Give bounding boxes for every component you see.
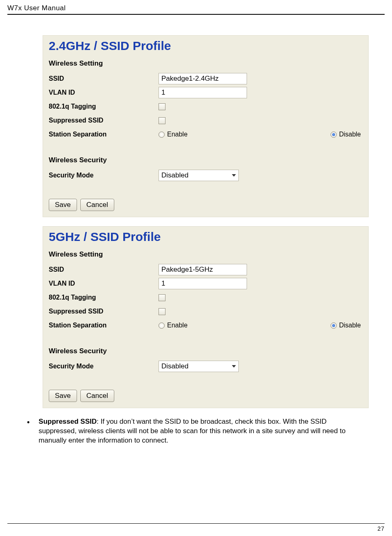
tagging-checkbox[interactable] — [159, 103, 165, 110]
row-station-separation: Station Separation Enable Disable — [43, 318, 368, 332]
radio-icon — [159, 132, 165, 138]
vlan-input[interactable] — [159, 87, 247, 98]
radio-icon — [159, 323, 165, 329]
tagging-checkbox[interactable] — [159, 294, 165, 301]
row-suppressed: Suppressed SSID — [43, 304, 368, 318]
disable-label: Disable — [339, 131, 361, 138]
radio-icon — [331, 132, 337, 138]
separation-disable[interactable]: Disable — [331, 322, 368, 329]
screenshot-container: 2.4GHz / SSID Profile Wireless Setting S… — [43, 35, 369, 408]
cancel-button[interactable]: Cancel — [80, 390, 114, 402]
panel-5ghz: 5GHz / SSID Profile Wireless Setting SSI… — [43, 226, 369, 408]
wireless-security-heading: Wireless Security — [43, 345, 368, 359]
vlan-label: VLAN ID — [49, 89, 159, 96]
chevron-down-icon — [232, 365, 236, 368]
save-button[interactable]: Save — [49, 390, 77, 402]
separation-label: Station Separation — [49, 131, 159, 138]
row-suppressed: Suppressed SSID — [43, 114, 368, 127]
button-bar: Save Cancel — [43, 195, 368, 211]
cancel-button[interactable]: Cancel — [80, 199, 114, 211]
document-header: W7x User Manual — [7, 4, 385, 15]
row-vlan: VLAN ID — [43, 277, 368, 291]
ssid-label: SSID — [49, 266, 159, 273]
security-mode-label: Security Mode — [49, 363, 159, 370]
radio-icon — [331, 323, 337, 329]
wireless-setting-heading: Wireless Setting — [43, 57, 368, 72]
vlan-label: VLAN ID — [49, 280, 159, 287]
wireless-security-heading: Wireless Security — [43, 154, 368, 168]
page-number: 27 — [377, 525, 385, 532]
security-mode-label: Security Mode — [49, 172, 159, 179]
security-mode-value: Disabled — [161, 171, 188, 179]
bullet-paragraph: • Suppressed SSID: If you don’t want the… — [27, 417, 365, 445]
security-mode-select[interactable]: Disabled — [159, 170, 239, 181]
separation-enable[interactable]: Enable — [159, 131, 306, 138]
suppressed-checkbox[interactable] — [159, 308, 165, 315]
suppressed-label: Suppressed SSID — [49, 308, 159, 315]
panel-title: 5GHz / SSID Profile — [43, 227, 368, 248]
row-station-separation: Station Separation Enable Disable — [43, 127, 368, 141]
panel-2-4ghz: 2.4GHz / SSID Profile Wireless Setting S… — [43, 35, 369, 217]
separation-disable[interactable]: Disable — [331, 131, 368, 138]
row-8021q: 802.1q Tagging — [43, 291, 368, 304]
button-bar: Save Cancel — [43, 386, 368, 402]
security-mode-select[interactable]: Disabled — [159, 361, 239, 372]
separation-enable[interactable]: Enable — [159, 322, 306, 329]
row-vlan: VLAN ID — [43, 86, 368, 100]
enable-label: Enable — [167, 131, 188, 138]
row-security-mode: Security Mode Disabled — [43, 359, 368, 373]
bullet-text: Suppressed SSID: If you don’t want the S… — [39, 417, 365, 445]
tagging-label: 802.1q Tagging — [49, 103, 159, 110]
bullet-icon: • — [27, 417, 39, 445]
tagging-label: 802.1q Tagging — [49, 294, 159, 301]
ssid-input[interactable] — [159, 264, 247, 275]
wireless-setting-heading: Wireless Setting — [43, 248, 368, 263]
enable-label: Enable — [167, 322, 188, 329]
vlan-input[interactable] — [159, 278, 247, 289]
ssid-input[interactable] — [159, 73, 247, 84]
suppressed-checkbox[interactable] — [159, 117, 165, 124]
save-button[interactable]: Save — [49, 199, 77, 211]
chevron-down-icon — [232, 174, 236, 177]
suppressed-label: Suppressed SSID — [49, 117, 159, 124]
row-security-mode: Security Mode Disabled — [43, 168, 368, 182]
disable-label: Disable — [339, 322, 361, 329]
bullet-bold: Suppressed SSID — [39, 418, 97, 425]
ssid-label: SSID — [49, 75, 159, 82]
row-8021q: 802.1q Tagging — [43, 100, 368, 114]
row-ssid: SSID — [43, 263, 368, 277]
page-footer: 27 — [7, 523, 385, 532]
row-ssid: SSID — [43, 72, 368, 86]
security-mode-value: Disabled — [161, 362, 188, 370]
manual-title: W7x User Manual — [7, 4, 66, 12]
panel-title: 2.4GHz / SSID Profile — [43, 36, 368, 57]
separation-label: Station Separation — [49, 322, 159, 329]
